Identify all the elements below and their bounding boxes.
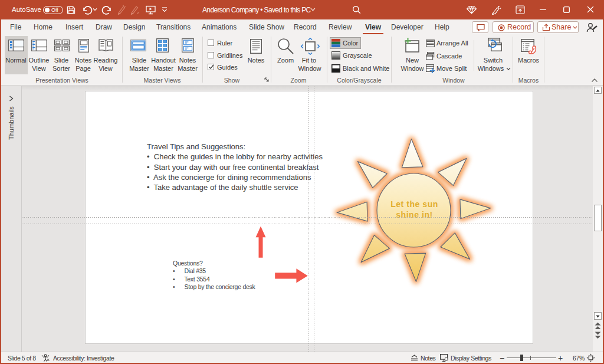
svg-text:shine in!: shine in! — [396, 210, 433, 219]
svg-text:Let the sun: Let the sun — [390, 199, 438, 209]
